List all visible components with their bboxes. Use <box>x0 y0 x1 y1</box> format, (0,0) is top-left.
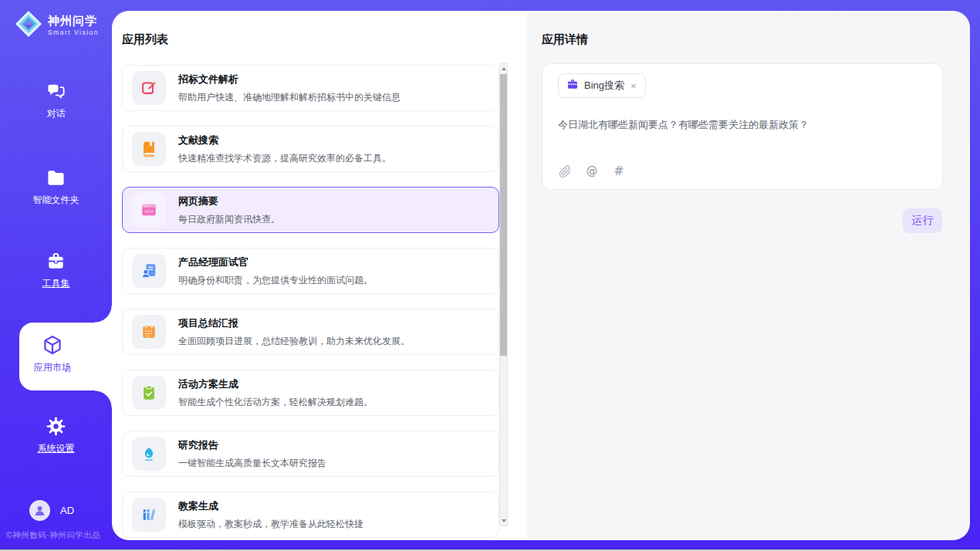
app-list-scrollbar[interactable] <box>499 63 508 526</box>
report-note-icon <box>132 315 166 349</box>
blob-corner-bottom <box>95 390 112 407</box>
app-description: 全面回顾项目进展，总结经验教训，助力未来优化发展。 <box>178 335 410 348</box>
sidebar-item-settings[interactable]: 系统设置 <box>0 415 112 455</box>
clipboard-check-icon <box>132 376 166 410</box>
tool-chip-label: Bing搜索 <box>584 79 624 93</box>
research-icon <box>132 437 166 471</box>
sidebar-item-label: 智能文件夹 <box>33 194 79 207</box>
app-card[interactable]: 文献搜索快速精准查找学术资源，提高研究效率的必备工具。 <box>122 126 499 172</box>
app-description: 模板驱动，教案秒成，教学准备从此轻松快捷 <box>178 518 363 531</box>
edit-document-icon <box>132 71 166 105</box>
app-detail-title: 应用详情 <box>542 32 588 47</box>
main-content: 应用列表 招标文件解析帮助用户快速、准确地理解和解析招标书中的关键信息文献搜索快… <box>112 11 970 540</box>
app-name: 教案生成 <box>178 499 363 513</box>
svg-text:</>: </> <box>144 208 154 215</box>
logo-diamond-icon <box>14 9 43 42</box>
book-icon <box>132 132 166 166</box>
app-description: 快速精准查找学术资源，提高研究效率的必备工具。 <box>178 152 391 165</box>
sidebar-item-smart-folders[interactable]: 智能文件夹 <box>0 167 112 207</box>
app-name: 产品经理面试官 <box>178 255 373 269</box>
prompt-card: Bing搜索 × 今日湖北有哪些新闻要点？有哪些需要关注的最新政策？ @# <box>542 63 943 190</box>
app-description: 明确身份和职责，为您提供专业性的面试问题。 <box>178 274 373 287</box>
folder-icon <box>46 167 67 188</box>
sidebar-item-label: 应用市场 <box>34 361 71 374</box>
app-name: 项目总结汇报 <box>178 316 410 330</box>
briefcase-icon <box>566 78 579 93</box>
app-description: 帮助用户快速、准确地理解和解析招标书中的关键信息 <box>178 91 400 104</box>
query-text[interactable]: 今日湖北有哪些新闻要点？有哪些需要关注的最新政策？ <box>558 118 927 132</box>
sidebar-footer: ©神州数码·神州问学出品 <box>6 530 100 541</box>
sidebar-item-chat[interactable]: 对话 <box>0 80 112 120</box>
app-description: 一键智能生成高质量长文本研究报告 <box>178 457 326 470</box>
app-name: 网页摘要 <box>178 194 280 208</box>
app-name: 研究报告 <box>178 438 326 452</box>
app-card-list: 招标文件解析帮助用户快速、准确地理解和解析招标书中的关键信息文献搜索快速精准查找… <box>122 65 499 540</box>
tool-chip-bing-search[interactable]: Bing搜索 × <box>558 73 646 98</box>
gear-icon <box>46 415 67 437</box>
sidebar-item-toolset[interactable]: 工具集 <box>0 250 112 290</box>
logo-title: 神州问学 <box>48 15 99 28</box>
app-name: 活动方案生成 <box>178 377 373 391</box>
app-description: 每日政府新闻资讯快查。 <box>178 213 280 226</box>
scrollbar-thumb[interactable] <box>500 74 507 356</box>
app-card[interactable]: 产品经理面试官明确身份和职责，为您提供专业性的面试问题。 <box>122 248 499 294</box>
mention-icon[interactable]: @ <box>585 164 599 178</box>
app-window: 神州问学 Smart Vision 对话智能文件夹工具集应用市场系统设置 AD … <box>0 0 980 551</box>
app-name: 文献搜索 <box>178 134 391 147</box>
user-row[interactable]: AD <box>29 500 74 521</box>
blob-corner-top <box>95 306 112 323</box>
books-icon <box>132 498 166 532</box>
app-card[interactable]: 活动方案生成智能生成个性化活动方案，轻松解决规划难题。 <box>122 370 499 416</box>
run-button[interactable]: 运行 <box>903 208 942 233</box>
logo-subtitle: Smart Vision <box>48 29 99 36</box>
app-card[interactable]: </>网页摘要每日政府新闻资讯快查。 <box>122 187 499 233</box>
cube-icon <box>42 334 63 356</box>
app-card[interactable]: 项目总结汇报全面回顾项目进展，总结经验教训，助力未来优化发展。 <box>122 309 499 355</box>
app-name: 招标文件解析 <box>178 73 400 86</box>
sidebar-item-label: 工具集 <box>42 277 70 290</box>
paperclip-icon[interactable] <box>558 164 572 178</box>
app-list-panel: 应用列表 招标文件解析帮助用户快速、准确地理解和解析招标书中的关键信息文献搜索快… <box>112 11 527 540</box>
app-card[interactable]: 研究报告一键智能生成高质量长文本研究报告 <box>122 431 499 477</box>
composer-toolbar: @# <box>558 164 927 178</box>
app-card[interactable]: 招标文件解析帮助用户快速、准确地理解和解析招标书中的关键信息 <box>122 65 499 111</box>
chat-icon <box>46 80 67 102</box>
user-name: AD <box>60 505 74 516</box>
app-detail-panel: 应用详情 Bing搜索 × 今日湖北有哪些新闻要点？有哪些需要关注的最新政策？ … <box>527 11 970 540</box>
sidebar-item-label: 系统设置 <box>38 442 75 455</box>
app-list-title: 应用列表 <box>122 32 168 47</box>
scrollbar-up-arrow[interactable] <box>500 64 507 73</box>
app-logo: 神州问学 Smart Vision <box>14 9 99 42</box>
interview-icon <box>132 254 166 288</box>
toolbox-icon <box>46 250 67 272</box>
sidebar-item-label: 对话 <box>47 107 66 120</box>
app-description: 智能生成个性化活动方案，轻松解决规划难题。 <box>178 396 373 409</box>
app-card[interactable]: 教案生成模板驱动，教案秒成，教学准备从此轻松快捷 <box>122 492 499 538</box>
sidebar: 神州问学 Smart Vision 对话智能文件夹工具集应用市场系统设置 AD … <box>0 0 112 551</box>
browser-code-icon: </> <box>132 193 166 227</box>
sidebar-item-app-market[interactable]: 应用市场 <box>19 323 112 390</box>
avatar <box>29 500 50 521</box>
chip-close-icon[interactable]: × <box>630 81 637 91</box>
scrollbar-down-arrow[interactable] <box>500 516 507 526</box>
hash-icon[interactable]: # <box>612 164 626 178</box>
